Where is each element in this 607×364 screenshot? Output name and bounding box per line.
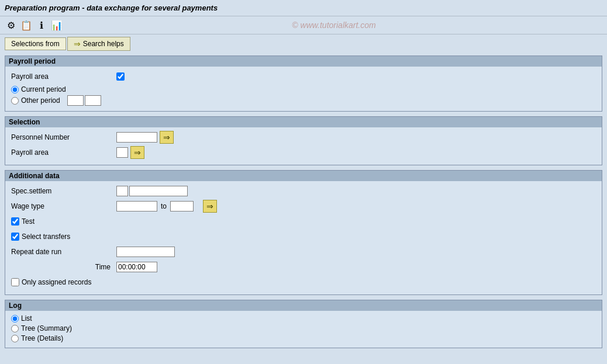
log-tree-details-label: Tree (Details) — [21, 334, 63, 342]
payroll-area-label: Payroll area — [11, 72, 116, 81]
selection-payroll-area-input[interactable] — [116, 147, 128, 158]
log-header: Log — [5, 300, 602, 311]
additional-data-body: Spec.settlem Wage type to ⇒ Test — [5, 181, 602, 294]
tab-search-helps[interactable]: ⇒ Search helps — [67, 37, 130, 51]
log-tree-details-radio[interactable] — [11, 335, 19, 342]
test-row: Test — [11, 215, 596, 228]
tab-selections-from[interactable]: Selections from — [5, 37, 66, 50]
log-section: Log List Tree (Summary) Tree (Details) — [5, 300, 602, 348]
log-tree-summary-row: Tree (Summary) — [11, 324, 596, 332]
log-list-label: List — [21, 314, 32, 323]
log-list-row: List — [11, 314, 596, 323]
toolbar-icon-3[interactable]: ℹ — [35, 19, 48, 32]
only-assigned-records-label: Only assigned records — [22, 278, 91, 286]
log-list-radio[interactable] — [11, 315, 19, 323]
additional-data-section: Additional data Spec.settlem Wage type t… — [5, 170, 602, 295]
other-period-label: Other period — [21, 96, 60, 105]
time-input[interactable] — [116, 262, 157, 272]
spec-settlem-input-1[interactable] — [116, 186, 128, 196]
spec-settlem-input-2[interactable] — [129, 186, 188, 196]
selection-payroll-area-label: Payroll area — [11, 148, 116, 157]
select-transfers-label: Select transfers — [22, 233, 70, 241]
payroll-period-body: Payroll area Current period Other period — [5, 67, 602, 111]
log-tree-summary-radio[interactable] — [11, 325, 19, 332]
additional-data-header: Additional data — [5, 171, 602, 181]
current-period-label: Current period — [21, 85, 66, 93]
payroll-period-header: Payroll period — [5, 56, 602, 67]
title-text: Preparation program - data exchange for … — [5, 4, 218, 12]
current-period-radio[interactable] — [11, 86, 19, 93]
spec-settlem-label: Spec.settlem — [11, 187, 116, 195]
wage-type-row: Wage type to ⇒ — [11, 200, 596, 213]
tab-arrow-icon: ⇒ — [74, 39, 81, 48]
selection-body: Personnel Number ⇒ Payroll area ⇒ — [5, 127, 602, 165]
main-content: Payroll period Payroll area Current peri… — [0, 53, 607, 355]
wage-type-label: Wage type — [11, 202, 116, 210]
other-period-input-2[interactable] — [85, 95, 101, 106]
only-assigned-records-row: Only assigned records — [11, 276, 596, 289]
only-assigned-records-checkbox[interactable] — [11, 278, 19, 286]
toolbar: ⚙ 📋 ℹ 📊 © www.tutorialkart.com — [0, 16, 607, 34]
selection-payroll-area-row: Payroll area ⇒ — [11, 146, 596, 159]
personnel-number-input[interactable] — [116, 132, 157, 143]
tab-bar: Selections from ⇒ Search helps — [0, 34, 607, 53]
other-period-radio[interactable] — [11, 97, 19, 105]
test-checkbox[interactable] — [11, 217, 19, 226]
wage-type-input-from[interactable] — [116, 201, 157, 212]
repeat-date-run-label: Repeat date run — [11, 248, 116, 256]
toolbar-icon-2[interactable]: 📋 — [20, 19, 33, 32]
payroll-period-section: Payroll period Payroll area Current peri… — [5, 56, 602, 112]
select-transfers-row: Select transfers — [11, 230, 596, 243]
spec-settlem-row: Spec.settlem — [11, 185, 596, 197]
other-period-input-1[interactable] — [67, 95, 84, 106]
wage-type-input-to[interactable] — [170, 201, 194, 212]
personnel-number-label: Personnel Number — [11, 133, 116, 141]
title-bar: Preparation program - data exchange for … — [0, 0, 607, 16]
wage-type-arrow-btn[interactable]: ⇒ — [203, 200, 217, 213]
time-label: Time — [11, 263, 116, 271]
log-tree-details-row: Tree (Details) — [11, 334, 596, 342]
repeat-date-run-row: Repeat date run — [11, 245, 596, 258]
select-transfers-checkbox[interactable] — [11, 233, 19, 241]
personnel-number-row: Personnel Number ⇒ — [11, 131, 596, 144]
selection-header: Selection — [5, 117, 602, 127]
wage-type-to-label: to — [161, 202, 167, 210]
toolbar-icon-1[interactable]: ⚙ — [5, 19, 18, 32]
selection-section: Selection Personnel Number ⇒ Payroll are… — [5, 116, 602, 165]
personnel-number-arrow-btn[interactable]: ⇒ — [160, 131, 174, 144]
watermark: © www.tutorialkart.com — [65, 20, 602, 30]
payroll-area-checkbox[interactable] — [116, 72, 125, 81]
other-period-row: Other period — [11, 95, 596, 106]
time-row: Time — [11, 261, 596, 273]
toolbar-icon-4[interactable]: 📊 — [50, 19, 63, 32]
log-tree-summary-label: Tree (Summary) — [21, 324, 72, 332]
current-period-row: Current period — [11, 85, 596, 93]
payroll-area-row: Payroll area — [11, 70, 596, 83]
repeat-date-run-input[interactable] — [116, 247, 175, 257]
selection-payroll-area-arrow-btn[interactable]: ⇒ — [130, 146, 144, 159]
log-body: List Tree (Summary) Tree (Details) — [5, 311, 602, 348]
test-label: Test — [22, 217, 35, 226]
